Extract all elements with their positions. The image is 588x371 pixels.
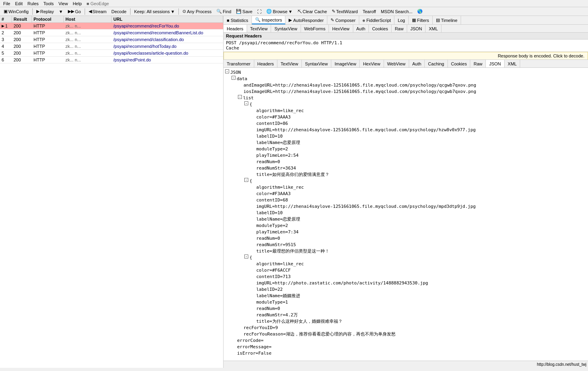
session-row[interactable]: 3 200 HTTP zk... n... /psyapi/recommend/… bbox=[0, 36, 223, 43]
item2-readNumStr: readNumStr=9515 bbox=[251, 242, 586, 248]
session-row[interactable]: 4 200 HTTP zk... n... /psyapi/recommend/… bbox=[0, 43, 223, 50]
resp-tab-textview[interactable]: TextView bbox=[277, 60, 302, 67]
item2-moduleType: moduleType=2 bbox=[251, 223, 586, 229]
tab-statistics[interactable]: ■ Statistics bbox=[224, 16, 252, 24]
resp-tab-json[interactable]: JSON bbox=[486, 60, 504, 67]
stream-button[interactable]: ◀ Stream bbox=[87, 8, 109, 15]
resp-tab-transformer[interactable]: Transformer bbox=[224, 60, 254, 67]
subtab-json[interactable]: JSON bbox=[407, 25, 426, 32]
tab-composer[interactable]: ✎ Composer bbox=[327, 16, 359, 24]
msdn-search-button[interactable]: MSDN Search... bbox=[379, 8, 414, 15]
item1-readNumStr: readNumStr=3634 bbox=[251, 165, 586, 172]
replay-dropdown[interactable]: ▼ bbox=[57, 8, 65, 15]
item3-expand[interactable]: - bbox=[244, 255, 248, 259]
tearoff-button[interactable]: Tearoff bbox=[361, 8, 378, 15]
resp-tab-webview[interactable]: WebView bbox=[384, 60, 409, 67]
menu-view[interactable]: View bbox=[56, 0, 71, 7]
go-button[interactable]: ▶▶ Go bbox=[66, 8, 83, 15]
resp-tab-hexview[interactable]: HexView bbox=[360, 60, 384, 67]
textwizard-button[interactable]: ✎ TextWizard bbox=[330, 8, 360, 15]
data-expand[interactable]: - bbox=[232, 76, 236, 80]
response-tabs: Transformer Headers TextView SyntaxView … bbox=[224, 60, 588, 68]
subtab-auth[interactable]: Auth bbox=[353, 25, 369, 32]
clear-cache-button[interactable]: ⛏ Clear Cache bbox=[295, 8, 329, 15]
resp-tab-raw[interactable]: Raw bbox=[470, 60, 486, 67]
subtab-raw[interactable]: Raw bbox=[392, 25, 407, 32]
data-key: data bbox=[237, 76, 247, 82]
json-root-expand[interactable]: - bbox=[225, 69, 229, 73]
errorMessage-line: errorMessage= bbox=[232, 344, 586, 350]
subtab-cookies[interactable]: Cookies bbox=[369, 25, 392, 32]
item3-labelName: labelName=婚姻推进 bbox=[251, 293, 586, 299]
sessions-table-header: # Result Protocol Host URL bbox=[0, 16, 223, 23]
subtab-webforms[interactable]: WebForms bbox=[301, 25, 329, 32]
browse-button[interactable]: 🌐 Browse ▼ bbox=[264, 8, 295, 15]
item2-expand[interactable]: - bbox=[244, 178, 248, 182]
subtab-textview[interactable]: TextView bbox=[247, 25, 271, 32]
json-data-section: - data andImageURL=http://zhenai4saylove… bbox=[225, 76, 586, 357]
menu-edit[interactable]: Edit bbox=[13, 0, 25, 7]
menu-rules[interactable]: Rules bbox=[25, 0, 41, 7]
statistics-icon: ■ bbox=[227, 18, 230, 23]
resp-tab-headers[interactable]: Headers bbox=[254, 60, 278, 67]
item1-readNum: readNum=0 bbox=[251, 159, 586, 165]
right-panel: ■ Statistics 🔍 Inspectors ▶ AutoResponde… bbox=[224, 16, 588, 368]
list-expand[interactable]: - bbox=[238, 95, 242, 99]
tab-timeline[interactable]: ▤ Timeline bbox=[433, 16, 461, 24]
any-process-button[interactable]: ⊙ Any Process bbox=[180, 8, 214, 15]
filters-icon: ▦ bbox=[412, 18, 416, 23]
composer-icon: ✎ bbox=[331, 18, 334, 23]
session-url: /psyapi/recommend/recommendBannerList.do bbox=[112, 30, 223, 36]
subtab-syntaxview[interactable]: SyntaxView bbox=[271, 25, 301, 32]
encode-notice[interactable]: Response body is encoded. Click to decod… bbox=[224, 52, 588, 60]
menu-help[interactable]: Help bbox=[70, 0, 84, 7]
col-header-url: URL bbox=[112, 16, 223, 22]
session-host: zk... n... bbox=[64, 57, 112, 63]
tab-autoresponder[interactable]: ▶ AutoResponder bbox=[285, 16, 327, 24]
session-row[interactable]: 2 200 HTTP zk... n... /psyapi/recommend/… bbox=[0, 30, 223, 36]
subtab-headers[interactable]: Headers bbox=[224, 25, 247, 32]
resp-tab-syntaxview[interactable]: SyntaxView bbox=[302, 60, 331, 67]
item3-moduleType: moduleType=1 bbox=[251, 299, 586, 306]
subtab-hexview[interactable]: HexView bbox=[329, 25, 353, 32]
item3-color: color=#F6ACCF bbox=[251, 267, 586, 274]
tab-fiddlerscript[interactable]: ⎈ FiddlerScript bbox=[359, 16, 395, 24]
session-row[interactable]: 5 200 HTTP zk... n... /psyapi/loveclasse… bbox=[0, 50, 223, 57]
screenshot-icon: ⛶ bbox=[257, 9, 261, 14]
menu-file[interactable]: File bbox=[1, 0, 13, 7]
item2-playTimeLen: playTimeLen=7:34 bbox=[251, 229, 586, 235]
item2-brace-open: - { bbox=[244, 178, 586, 184]
errorCode-line: errorCode= bbox=[232, 337, 586, 344]
resp-tab-xml[interactable]: XML bbox=[505, 60, 521, 67]
subtab-xml[interactable]: XML bbox=[426, 25, 441, 32]
menu-tools[interactable]: Tools bbox=[41, 0, 56, 7]
item3-props: algorithm=like_rec color=#F6ACCF content… bbox=[244, 261, 586, 325]
tab-inspectors[interactable]: 🔍 Inspectors bbox=[252, 16, 286, 24]
geoedge-button[interactable]: 🌎 bbox=[415, 8, 425, 15]
session-row[interactable]: 6 200 HTTP zk... n... /psyapi/redPoint.d… bbox=[0, 57, 223, 63]
find-button[interactable]: 🔍 Find bbox=[214, 8, 233, 15]
replay-button[interactable]: ▶ Replay bbox=[34, 8, 56, 15]
item1-expand[interactable]: - bbox=[244, 101, 248, 105]
main-toolbar: ▣ WinConfig ▶ Replay ▼ ▶▶ Go ◀ Stream De… bbox=[0, 7, 588, 16]
session-num: 5 bbox=[0, 50, 12, 56]
resp-tab-cookies[interactable]: Cookies bbox=[448, 60, 471, 67]
session-protocol: HTTP bbox=[32, 23, 64, 29]
resp-tab-auth[interactable]: Auth bbox=[409, 60, 425, 67]
session-row[interactable]: ▶1 200 HTTP zk... n... /psyapi/recommend… bbox=[0, 23, 223, 30]
tab-filters[interactable]: ▦ Filters bbox=[409, 16, 433, 24]
winconfig-button[interactable]: ▣ WinConfig bbox=[2, 8, 31, 15]
request-sub-tabs: Headers TextView SyntaxView WebForms Hex… bbox=[224, 25, 588, 33]
tab-log[interactable]: Log bbox=[394, 16, 408, 24]
resp-tab-caching[interactable]: Caching bbox=[425, 60, 447, 67]
session-url: /psyapi/loveclasses/article-question.do bbox=[112, 50, 223, 56]
decode-button[interactable]: Decode bbox=[109, 8, 129, 15]
screenshot-button[interactable]: ⛶ bbox=[255, 8, 263, 15]
request-info: POST /psyapi/recommend/recForYou.do HTTP… bbox=[224, 39, 588, 52]
session-result: 200 bbox=[12, 57, 32, 63]
save-button[interactable]: 💾 Save bbox=[234, 8, 254, 15]
keep-button[interactable]: Keep: All sessions ▼ bbox=[132, 8, 177, 15]
data-key-line: - data bbox=[232, 76, 586, 82]
item2-readNum: readNum=0 bbox=[251, 235, 586, 242]
resp-tab-imageview[interactable]: ImageView bbox=[331, 60, 360, 67]
